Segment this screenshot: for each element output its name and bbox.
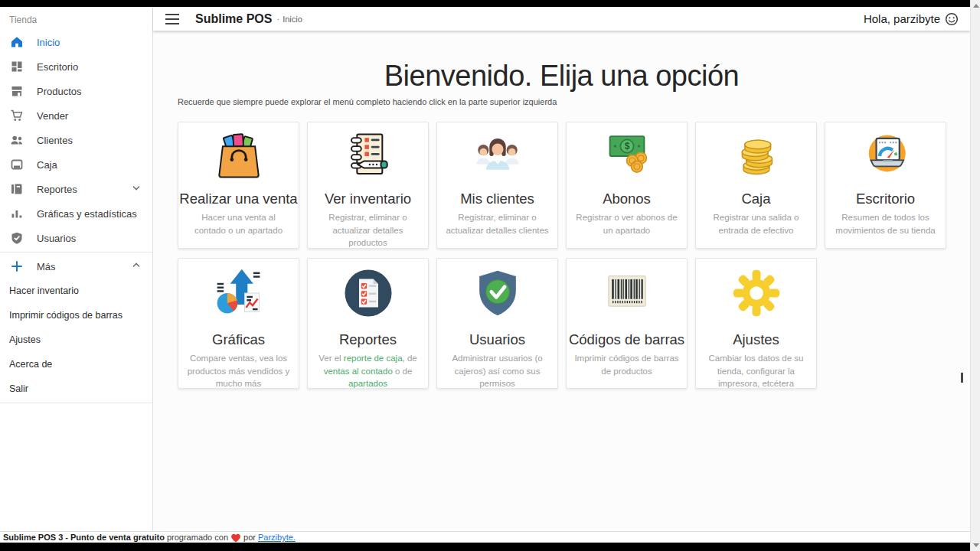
sidebar-divider [0, 252, 152, 253]
card-title: Realizar una venta [178, 191, 299, 207]
hamburger-menu-icon[interactable] [165, 14, 179, 24]
card-subtitle: Registrar, eliminar o actualizar detalle… [437, 211, 557, 236]
sidebar-item-label: Gráficas y estadísticas [37, 208, 137, 220]
footer-author-link[interactable]: Parzibyte. [258, 533, 296, 542]
vertical-scrollbar[interactable] [970, 0, 980, 551]
sidebar-item-label: Clientes [37, 135, 73, 146]
card-mis-clientes[interactable]: Mis clientes Registrar, eliminar o actua… [436, 122, 558, 249]
sidebar-item-graficas[interactable]: Gráficas y estadísticas [0, 201, 152, 226]
user-greeting[interactable]: Hola, parzibyte [864, 12, 970, 26]
card-subtitle: Registrar, eliminar o actualizar detalle… [308, 211, 428, 249]
card-subtitle: Compare ventas, vea los productos más ve… [178, 352, 299, 390]
sidebar-item-label: Inicio [37, 37, 60, 48]
smiley-icon [945, 12, 959, 26]
sidebar-item-label: Vender [37, 110, 68, 122]
link-apartados[interactable]: apartados [348, 379, 387, 388]
people-icon [10, 133, 24, 147]
card-codigos-barras[interactable]: Códigos de barras Imprimir códigos de ba… [566, 258, 688, 389]
breadcrumb-section: Inicio [283, 15, 302, 24]
heart-icon [230, 533, 241, 543]
sidebar: Tienda Inicio Escritorio Productos Vende… [0, 7, 153, 531]
greeting-text: Hola, parzibyte [864, 12, 940, 25]
card-row-1: Realizar una venta Hacer una venta al co… [178, 122, 970, 249]
sidebar-item-caja[interactable]: Caja [0, 152, 152, 177]
book-icon [10, 182, 24, 196]
scroll-up-arrow-icon[interactable] [973, 4, 979, 8]
card-title: Ver inventario [308, 191, 428, 207]
home-icon [10, 35, 24, 49]
charts-growth-icon [178, 263, 299, 323]
breadcrumb-separator: · [276, 15, 279, 24]
sidebar-item-reportes[interactable]: Reportes [0, 177, 152, 201]
sidebar-header: Tienda [0, 7, 152, 30]
card-subtitle: Imprimir códigos de barras de productos [567, 352, 687, 377]
card-title: Reportes [308, 331, 428, 348]
card-title: Abonos [567, 191, 687, 207]
card-title: Usuarios [437, 331, 557, 348]
card-usuarios[interactable]: Usuarios Administrar usuarios (o cajeros… [436, 258, 558, 389]
card-title: Gráficas [178, 331, 299, 348]
sidebar-item-vender[interactable]: Vender [0, 103, 152, 128]
sidebar-item-salir[interactable]: Salir [0, 377, 152, 401]
dashboard-icon [10, 60, 24, 73]
top-black-strip [0, 0, 970, 7]
footer: Sublime POS 3 - Punto de venta gratuito … [0, 531, 970, 543]
sidebar-item-imprimir-codigos[interactable]: Imprimir códigos de barras [0, 303, 152, 328]
card-caja[interactable]: Caja Registrar una salida o entrada de e… [695, 122, 817, 249]
card-title: Escritorio [825, 191, 946, 207]
chevron-up-icon [129, 258, 143, 275]
card-reportes[interactable]: Reportes Ver el reporte de caja, de vent… [307, 258, 429, 389]
gear-icon [696, 263, 816, 323]
card-graficas[interactable]: Gráficas Compare ventas, vea los product… [178, 258, 299, 389]
card-title: Mis clientes [437, 191, 557, 207]
laptop-gauge-icon [825, 130, 946, 182]
sidebar-item-mas[interactable]: Más [0, 254, 152, 279]
footer-text: por [243, 533, 256, 542]
topbar: Sublime POS · Inicio Hola, parzibyte [153, 7, 970, 31]
notebook-icon [308, 130, 428, 182]
link-ventas-al-contado[interactable]: ventas al contado [324, 367, 393, 376]
sidebar-item-hacer-inventario[interactable]: Hacer inventario [0, 279, 152, 303]
sidebar-item-acerca-de[interactable]: Acerca de [0, 352, 152, 377]
store-icon [10, 84, 24, 98]
sidebar-item-usuarios[interactable]: Usuarios [0, 226, 152, 250]
sidebar-item-escritorio[interactable]: Escritorio [0, 54, 152, 79]
sidebar-item-label: Reportes [37, 184, 77, 195]
footer-app-name: Sublime POS 3 - Punto de venta gratuito [3, 533, 165, 542]
clients-icon [437, 130, 557, 182]
sidebar-item-inicio[interactable]: Inicio [0, 30, 152, 54]
card-abonos[interactable]: $ Abonos Registrar o ver abonos de un ap… [566, 122, 688, 249]
footer-text: programado con [167, 533, 228, 542]
coins-stack-icon [696, 130, 816, 182]
shopping-bag-icon [178, 130, 299, 182]
link-reporte-de-caja[interactable]: reporte de caja [344, 354, 403, 363]
card-ver-inventario[interactable]: Ver inventario Registrar, eliminar o act… [307, 122, 429, 249]
sidebar-item-productos[interactable]: Productos [0, 79, 152, 103]
card-realizar-venta[interactable]: Realizar una venta Hacer una venta al co… [178, 122, 299, 249]
scroll-down-arrow-icon[interactable] [973, 543, 979, 547]
sidebar-item-label: Más [37, 261, 56, 272]
card-ajustes[interactable]: Ajustes Cambiar los datos de su tienda, … [695, 258, 817, 389]
plus-icon [10, 259, 24, 273]
subtitle-text: , de [403, 354, 417, 363]
inner-scrollbar-thumb [961, 373, 963, 383]
sidebar-item-label: Caja [37, 159, 57, 171]
sidebar-item-clientes[interactable]: Clientes [0, 128, 152, 152]
card-subtitle: Hacer una venta al contado o un apartado [178, 211, 299, 236]
bottom-black-strip [0, 543, 970, 551]
app-title: Sublime POS [195, 12, 272, 26]
sidebar-item-label: Productos [37, 86, 82, 97]
page-subtitle: Recuerde que siempre puede explorar el m… [178, 97, 970, 106]
card-title: Ajustes [696, 331, 816, 348]
card-escritorio[interactable]: Escritorio Resumen de todos los movimien… [825, 122, 946, 249]
money-bill-coins-icon: $ [567, 130, 687, 182]
barcode-icon [567, 263, 687, 323]
svg-text:$: $ [624, 141, 629, 152]
card-subtitle: Cambiar los datos de su tienda, configur… [696, 352, 816, 390]
card-subtitle: Registrar una salida o entrada de efecti… [696, 211, 816, 236]
shield-icon [10, 231, 24, 245]
sidebar-item-ajustes[interactable]: Ajustes [0, 328, 152, 352]
card-subtitle: Resumen de todos los movimientos de su t… [825, 211, 946, 236]
cart-icon [10, 109, 24, 122]
report-document-icon [308, 263, 428, 323]
